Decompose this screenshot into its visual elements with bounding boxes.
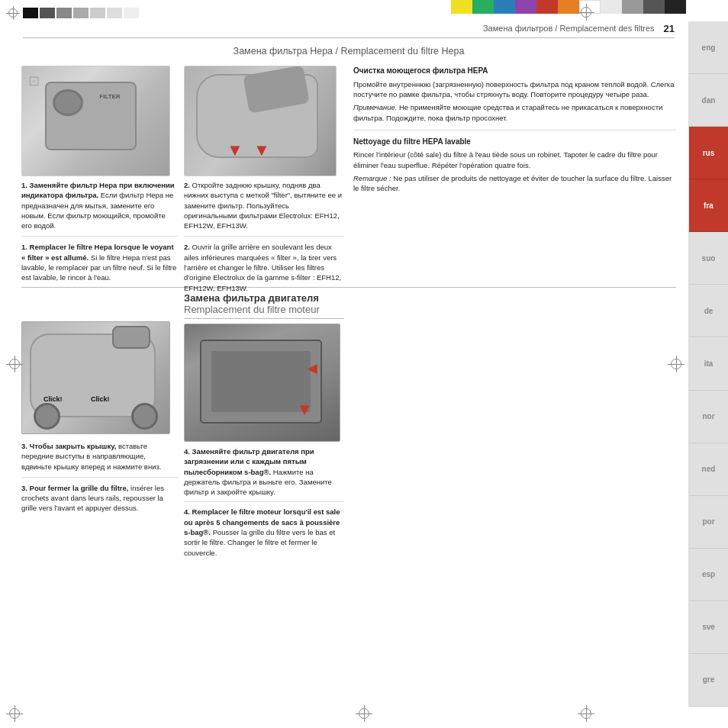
right-ru-title: Очистка моющегося фильтра HEPA <box>353 66 676 77</box>
step3-fr: 3. Pour fermer la grille du filtre, insé… <box>21 483 178 514</box>
lang-tab-nor[interactable]: nor <box>689 391 728 443</box>
right-fr-note-text: Ne pas utiliser de produits de nettoyage… <box>353 174 672 193</box>
right-ru-note-text: Не применяйте моющие средства и старайте… <box>353 103 662 122</box>
lang-sidebar: eng dan rus fra suo de ita nor ned por e… <box>688 21 728 707</box>
divider-center <box>184 236 344 237</box>
divider-right <box>353 130 676 130</box>
step1-fr: 1. Remplacer le filtre Hepa lorsque le v… <box>21 242 178 282</box>
hepa-filter-section: FILTER ⊡ 1. Заменяйте фильтр Hepa при вк… <box>21 63 676 288</box>
right-fr-note-label: Remarque : <box>353 174 391 182</box>
lang-tab-ita[interactable]: ita <box>689 337 728 390</box>
reg-mark-left <box>6 356 23 372</box>
right-fr-title: Nettoyage du filtre HEPA lavable <box>353 137 676 148</box>
reg-mark-bottom-right <box>578 705 594 722</box>
right-ru-note: Примечание. Не применяйте моющие средств… <box>353 102 676 124</box>
step4-ru-label: 4. <box>184 447 190 456</box>
lang-tab-rus[interactable]: rus <box>689 127 728 179</box>
lang-tab-ned[interactable]: ned <box>689 443 728 496</box>
step4-fr: 4. Remplacer le filtre moteur lorsqu'il … <box>184 507 344 557</box>
right-fr-block: Nettoyage du filtre HEPA lavable Rincer … <box>353 137 676 195</box>
step4-fr-label: 4. <box>184 507 190 516</box>
motor-section-area: Click! Click! 3. Чтобы закрыть крышку, в… <box>21 288 676 558</box>
step1-ru: 1. Заменяйте фильтр Hepa при включении и… <box>21 180 178 230</box>
click-label-1: Click! <box>43 395 63 403</box>
page-header: Замена фильтров / Remplacement des filtr… <box>23 21 675 38</box>
col-hepa-right: Очистка моющегося фильтра HEPA Промойте … <box>350 66 676 293</box>
vacuum-image: Click! Click! <box>21 321 170 434</box>
lang-tab-gre[interactable]: gre <box>689 654 728 707</box>
reg-mark-bottom-left <box>6 705 23 722</box>
col-hepa-left: FILTER ⊡ 1. Заменяйте фильтр Hepa при вк… <box>21 66 178 293</box>
col-hepa-center: ▼ ▼ 2. Откройте заднюю крышку, подняв дв… <box>184 66 344 293</box>
right-ru-note-label: Примечание. <box>353 103 397 111</box>
lang-tab-eng[interactable]: eng <box>689 21 728 74</box>
click-label-2: Click! <box>91 395 110 403</box>
step3-ru-bold: Чтобы закрыть крышку, <box>30 442 117 450</box>
section-title: Замена фильтра Hepa / Remplacement du fi… <box>23 43 675 60</box>
reg-mark-right-mid <box>668 356 685 372</box>
main-content: FILTER ⊡ 1. Заменяйте фильтр Hepa при вк… <box>21 63 676 699</box>
step2-ru-text: Откройте заднюю крышку, подняв два нижни… <box>184 181 342 230</box>
col-motor-right <box>350 292 676 558</box>
lang-tab-por[interactable]: por <box>689 496 728 549</box>
step2-fr-text: Ouvrir la grille arrière en soulevant le… <box>184 243 341 292</box>
step3-ru-label: 3. <box>21 442 27 450</box>
lang-tab-dan[interactable]: dan <box>689 74 728 127</box>
col-motor-center: Замена фильтра двигателя Remplacement du… <box>184 292 344 558</box>
step2-fr-label: 2. <box>184 243 190 251</box>
right-ru-block: Очистка моющегося фильтра HEPA Промойте … <box>353 66 676 124</box>
motor-title-ru: Замена фильтра двигателя <box>184 292 344 304</box>
lang-tab-suo[interactable]: suo <box>689 232 728 285</box>
step2-ru-label: 2. <box>184 181 190 189</box>
step2-ru: 2. Откройте заднюю крышку, подняв два ни… <box>184 180 344 230</box>
step2-fr: 2. Ouvrir la grille arrière en soulevant… <box>184 242 344 292</box>
step1-fr-label: 1. <box>21 243 27 251</box>
hepa-image-left: FILTER ⊡ <box>21 66 170 176</box>
top-margin <box>6 6 139 20</box>
right-fr-text: Rincer l'intérieur (côté sale) du filtre… <box>353 150 676 171</box>
lang-tab-esp[interactable]: esp <box>689 549 728 601</box>
lang-tab-fra[interactable]: fra <box>689 179 728 232</box>
step3-fr-bold: Pour fermer la grille du filtre, <box>30 484 129 492</box>
right-ru-text: Промойте внутреннюю (загрязненную) повер… <box>353 79 676 101</box>
header-text: Замена фильтров / Remplacement des filtr… <box>483 24 655 33</box>
lang-tab-de[interactable]: de <box>689 285 728 337</box>
step3-fr-label: 3. <box>21 484 27 492</box>
divider-ru <box>21 236 178 237</box>
divider-step4 <box>184 501 344 502</box>
hepa-image-center: ▼ ▼ <box>184 66 337 176</box>
motor-title: Замена фильтра двигателя Remplacement du… <box>184 292 344 319</box>
right-fr-note: Remarque : Ne pas utiliser de produits d… <box>353 173 676 195</box>
col-motor-left: Click! Click! 3. Чтобы закрыть крышку, в… <box>21 292 178 558</box>
divider-step3 <box>21 477 178 478</box>
reg-mark-top-right <box>578 4 594 21</box>
step4-ru: 4. Заменяйте фильтр двигателя при загряз… <box>184 446 344 497</box>
motor-image: ◄ ▼ <box>184 324 340 442</box>
color-bar <box>451 0 686 14</box>
lang-tab-sve[interactable]: sve <box>689 601 728 654</box>
motor-title-fr: Remplacement du filtre moteur <box>184 304 344 315</box>
reg-mark-bottom-center <box>356 705 372 722</box>
step1-ru-label: 1. <box>21 181 27 189</box>
page-number: 21 <box>664 23 675 34</box>
step3-ru: 3. Чтобы закрыть крышку, вставьте передн… <box>21 441 178 472</box>
